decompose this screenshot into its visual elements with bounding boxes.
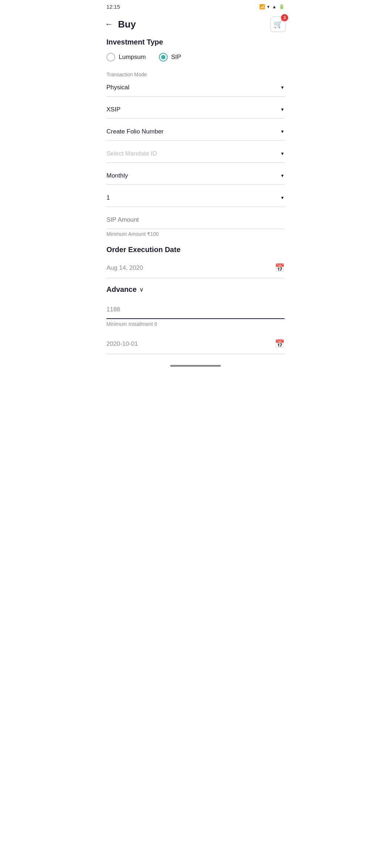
advance-title: Advance	[106, 285, 136, 294]
advance-section: Advance ∨ 1188 Minimum Installment 6 202…	[106, 285, 285, 354]
cart-button[interactable]: 🛒 3	[270, 16, 286, 32]
investment-type-group: Lumpsum SIP	[106, 53, 285, 61]
installments-value: 1188	[106, 306, 120, 313]
bottom-indicator	[170, 365, 221, 367]
frequency-value: Monthly	[106, 172, 128, 179]
mandate-id-dropdown[interactable]: Select Mandate ID ▼	[106, 145, 285, 163]
folio-number-arrow: ▼	[280, 129, 285, 134]
bottom-bar	[98, 361, 293, 369]
day-dropdown[interactable]: 1 ▼	[106, 189, 285, 207]
order-execution-date-field[interactable]: Aug 14, 2020 📅	[106, 258, 285, 278]
status-bar: 12:15 📶 ▾ ▲ 🔋	[98, 0, 293, 12]
order-execution-title: Order Execution Date	[106, 246, 285, 254]
transaction-mode-arrow: ▼	[280, 85, 285, 90]
advance-start-date-field[interactable]: 2020-10-01 📅	[106, 334, 285, 354]
order-execution-date-value: Aug 14, 2020	[106, 264, 143, 272]
folio-number-dropdown[interactable]: Create Folio Number ▼	[106, 123, 285, 141]
signal-icon: ▲	[272, 4, 277, 9]
bluetooth-icon: 📶	[259, 4, 265, 9]
cart-badge: 3	[281, 14, 288, 21]
investment-type-title: Investment Type	[106, 38, 285, 46]
advance-chevron-icon: ∨	[139, 286, 144, 293]
min-amount-label: Minimum Amount ₹100	[106, 231, 285, 237]
sip-amount-input[interactable]	[106, 216, 285, 224]
installments-field[interactable]: 1188	[106, 301, 285, 319]
frequency-arrow: ▼	[280, 173, 285, 178]
advance-toggle[interactable]: Advance ∨	[106, 285, 285, 294]
transaction-mode-dropdown[interactable]: Physical ▼	[106, 79, 285, 97]
wifi-icon: ▾	[267, 4, 270, 9]
sub-mode-dropdown[interactable]: XSIP ▼	[106, 101, 285, 119]
cart-icon: 🛒	[274, 20, 283, 29]
back-button[interactable]: ←	[105, 20, 113, 29]
frequency-dropdown[interactable]: Monthly ▼	[106, 167, 285, 185]
folio-number-value: Create Folio Number	[106, 128, 164, 135]
radio-sip-label: SIP	[171, 54, 181, 61]
calendar-icon: 📅	[275, 263, 285, 273]
advance-start-date-value: 2020-10-01	[106, 340, 138, 348]
min-installment-label: Minimum Installment 6	[106, 321, 285, 327]
page-title: Buy	[118, 19, 136, 30]
advance-calendar-icon: 📅	[275, 339, 285, 349]
radio-sip-inner	[161, 55, 165, 59]
status-icons: 📶 ▾ ▲ 🔋	[259, 4, 285, 9]
sub-mode-arrow: ▼	[280, 107, 285, 112]
page-header: ← Buy 🛒 3	[98, 12, 293, 38]
radio-lumpsum-outer	[106, 53, 115, 61]
main-content: Investment Type Lumpsum SIP Transaction …	[98, 38, 293, 354]
day-value: 1	[106, 194, 110, 201]
sip-amount-field	[106, 211, 285, 229]
radio-lumpsum-label: Lumpsum	[119, 54, 146, 61]
transaction-mode-value: Physical	[106, 84, 129, 91]
radio-sip-outer	[159, 53, 168, 61]
mandate-id-arrow: ▼	[280, 151, 285, 156]
mandate-id-placeholder: Select Mandate ID	[106, 150, 157, 157]
day-arrow: ▼	[280, 195, 285, 200]
radio-lumpsum[interactable]: Lumpsum	[106, 53, 146, 61]
time-display: 12:15	[106, 4, 120, 10]
order-execution-section: Order Execution Date Aug 14, 2020 📅	[106, 246, 285, 278]
sub-mode-value: XSIP	[106, 106, 121, 113]
battery-icon: 🔋	[279, 4, 285, 9]
radio-sip[interactable]: SIP	[159, 53, 181, 61]
transaction-mode-label: Transaction Mode	[106, 72, 285, 77]
header-left: ← Buy	[105, 19, 136, 30]
